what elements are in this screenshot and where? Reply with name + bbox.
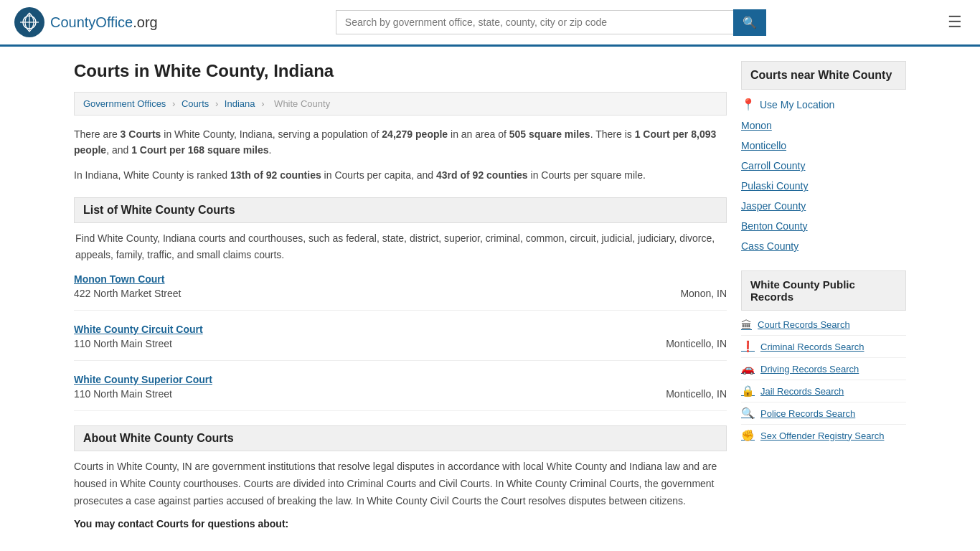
record-link-criminal[interactable]: ❗ Criminal Records Search [741,336,906,358]
menu-icon[interactable]: ☰ [944,9,966,35]
jail-records-label: Jail Records Search [760,386,844,397]
court-address-2: 110 North Main Street [74,338,172,349]
court-entry-1: Monon Town Court 422 North Market Street… [74,273,727,311]
court-records-icon: 🏛 [741,319,752,331]
logo-text: CountyOffice.org [50,14,158,31]
driving-records-label: Driving Records Search [760,364,859,375]
criminal-records-label: Criminal Records Search [760,342,864,352]
logo-icon [14,7,44,37]
jail-records-icon: 🔒 [741,385,755,397]
breadcrumb-courts[interactable]: Courts [182,98,209,109]
nearby-link-carroll[interactable]: Carroll County [741,156,906,176]
nearby-link-cass[interactable]: Cass County [741,236,906,256]
search-area: 🔍 [336,9,766,36]
search-icon: 🔍 [743,17,757,29]
list-description: Find White County, Indiana courts and co… [74,230,727,263]
main-container: Courts in White County, Indiana Governme… [60,47,920,544]
about-text: Courts in White County, IN are governmen… [74,458,727,509]
record-link-driving[interactable]: 🚗 Driving Records Search [741,358,906,380]
public-records-header-box: White County Public Records [741,270,906,311]
page-title: Courts in White County, Indiana [74,61,727,81]
summary-paragraph-2: In Indiana, White County is ranked 13th … [74,167,727,183]
search-input[interactable] [336,10,733,34]
court-name-2[interactable]: White County Circuit Court [74,324,727,335]
breadcrumb-white-county: White County [274,98,330,109]
logo-area[interactable]: CountyOffice.org [14,7,158,37]
location-pin-icon: 📍 [741,98,755,111]
nearby-section: Courts near White County 📍 Use My Locati… [741,61,906,256]
use-location-label: Use My Location [760,99,834,110]
court-name-1[interactable]: Monon Town Court [74,273,727,285]
site-header: CountyOffice.org 🔍 ☰ [0,0,980,47]
summary-paragraph-1: There are 3 Courts in White County, Indi… [74,126,727,159]
nearby-link-monticello[interactable]: Monticello [741,136,906,156]
sex-offender-label: Sex Offender Registry Search [760,430,884,441]
breadcrumb-gov-offices[interactable]: Government Offices [83,98,166,109]
record-link-jail[interactable]: 🔒 Jail Records Search [741,380,906,402]
record-link-court[interactable]: 🏛 Court Records Search [741,314,906,336]
nearby-link-benton[interactable]: Benton County [741,216,906,236]
court-entry-3: White County Superior Court 110 North Ma… [74,374,727,411]
police-records-label: Police Records Search [760,408,855,419]
nearby-title: Courts near White County [741,61,906,90]
sex-offender-icon: ✊ [741,429,755,442]
nearby-link-pulaski[interactable]: Pulaski County [741,176,906,196]
about-section: About White County Courts Courts in Whit… [74,425,727,529]
court-address-3: 110 North Main Street [74,388,172,400]
criminal-records-icon: ❗ [741,340,755,353]
list-section-header: List of White County Courts [74,197,727,223]
public-records-section: White County Public Records 🏛 Court Reco… [741,270,906,446]
sidebar: Courts near White County 📍 Use My Locati… [741,61,906,529]
use-location[interactable]: 📍 Use My Location [741,93,906,116]
content-area: Courts in White County, Indiana Governme… [74,61,727,529]
record-link-sex-offender[interactable]: ✊ Sex Offender Registry Search [741,425,906,446]
driving-records-icon: 🚗 [741,362,755,375]
court-entry-2: White County Circuit Court 110 North Mai… [74,324,727,361]
court-address-1: 422 North Market Street [74,288,181,299]
nearby-link-jasper[interactable]: Jasper County [741,196,906,216]
court-records-label: Court Records Search [758,319,850,330]
court-name-3[interactable]: White County Superior Court [74,374,727,385]
record-link-police[interactable]: 🔍 Police Records Search [741,402,906,425]
police-records-icon: 🔍 [741,407,755,420]
breadcrumb: Government Offices › Courts › Indiana › … [74,92,727,116]
public-records-title: White County Public Records [750,278,897,303]
court-city-1: Monon, IN [680,288,727,299]
breadcrumb-indiana[interactable]: Indiana [225,98,255,109]
contact-heading: You may contact Courts for questions abo… [74,518,727,529]
search-button[interactable]: 🔍 [733,9,766,36]
court-city-3: Monticello, IN [666,388,727,400]
nearby-link-monon[interactable]: Monon [741,116,906,136]
court-city-2: Monticello, IN [666,338,727,349]
about-section-header: About White County Courts [74,425,727,451]
